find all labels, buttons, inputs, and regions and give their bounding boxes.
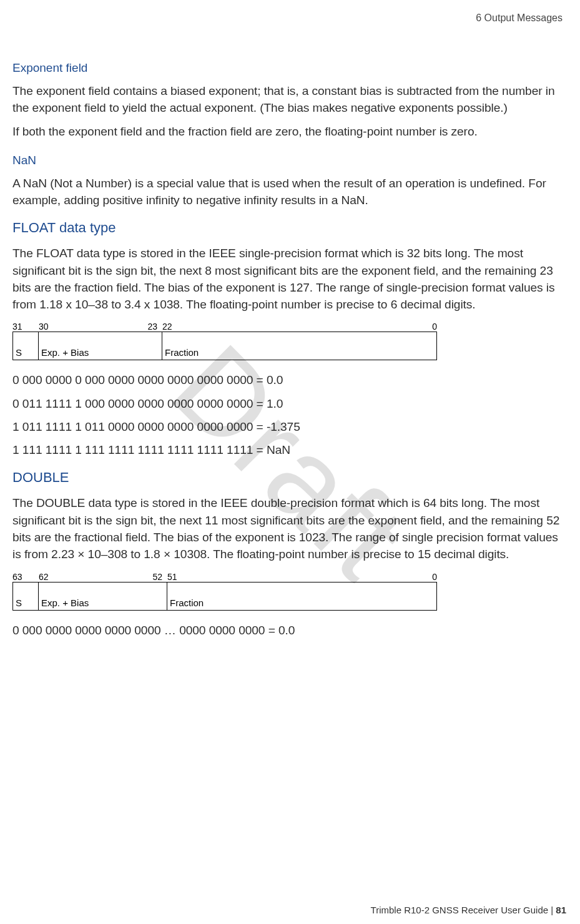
para-nan: A NaN (Not a Number) is a special value … <box>12 175 568 209</box>
bit-label-0-d: 0 <box>187 572 437 582</box>
bit-label-30: 30 <box>39 322 139 332</box>
float-example-2: 0 011 1111 1 000 0000 0000 0000 0000 000… <box>12 395 568 412</box>
heading-nan: NaN <box>12 154 568 167</box>
heading-double: DOUBLE <box>12 469 568 486</box>
bit-label-0: 0 <box>182 322 437 332</box>
float-example-1: 0 000 0000 0 000 0000 0000 0000 0000 000… <box>12 371 568 388</box>
cell-exp-d: Exp. + Bias <box>39 582 167 611</box>
float-example-3: 1 011 1111 1 011 0000 0000 0000 0000 000… <box>12 418 568 435</box>
chapter-header: 6 Output Messages <box>12 12 568 24</box>
bit-label-63: 63 <box>12 572 39 582</box>
heading-float-data-type: FLOAT data type <box>12 220 568 236</box>
para-exponent-1: The exponent field contains a biased exp… <box>12 82 568 117</box>
footer-text: Trimble R10-2 GNSS Receiver User Guide | <box>371 905 556 915</box>
bit-label-22: 22 <box>157 322 182 332</box>
para-float: The FLOAT data type is stored in the IEE… <box>12 245 568 313</box>
cell-sign: S <box>12 332 39 360</box>
heading-exponent-field: Exponent field <box>12 61 568 75</box>
bit-label-31: 31 <box>12 322 39 332</box>
para-exponent-2: If both the exponent field and the fract… <box>12 123 568 140</box>
double-example-1: 0 000 0000 0000 0000 0000 … 0000 0000 00… <box>12 622 568 639</box>
cell-exp: Exp. + Bias <box>39 332 162 360</box>
float-bit-diagram: 31 30 23 22 0 S Exp. + Bias Fraction <box>12 322 437 360</box>
para-double: The DOUBLE data type is stored in the IE… <box>12 494 568 563</box>
cell-fraction-d: Fraction <box>167 582 437 611</box>
float-example-4: 1 111 1111 1 111 1111 1111 1111 1111 111… <box>12 441 568 458</box>
bit-label-23: 23 <box>139 322 157 332</box>
double-bit-diagram: 63 62 52 51 0 S Exp. + Bias Fraction <box>12 572 437 611</box>
page-footer: Trimble R10-2 GNSS Receiver User Guide |… <box>371 905 566 915</box>
cell-fraction: Fraction <box>162 332 437 360</box>
bit-label-51: 51 <box>162 572 187 582</box>
bit-label-62: 62 <box>39 572 144 582</box>
page-number: 81 <box>556 905 566 915</box>
cell-sign-d: S <box>12 582 39 611</box>
bit-label-52: 52 <box>144 572 162 582</box>
